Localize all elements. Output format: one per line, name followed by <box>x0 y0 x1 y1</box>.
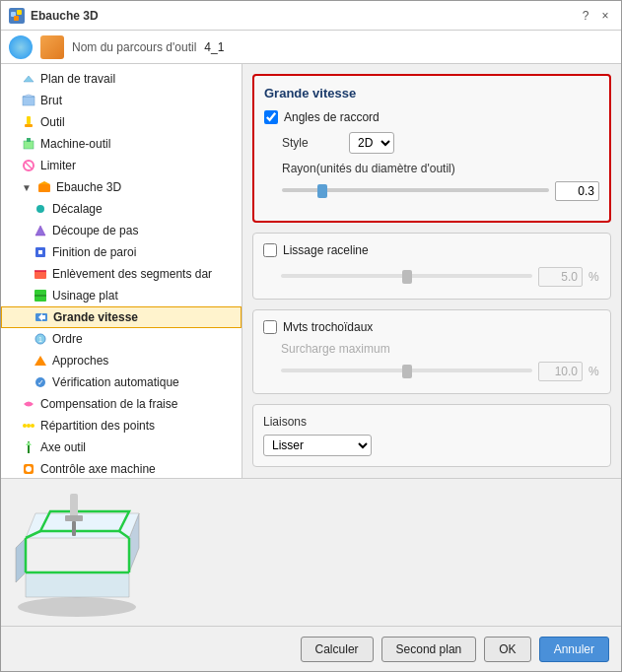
3d-preview-svg <box>6 484 149 620</box>
svg-marker-25 <box>35 356 46 366</box>
lower-spacer <box>164 479 621 626</box>
globe-icon <box>9 35 33 59</box>
svg-point-44 <box>18 597 136 617</box>
trochoidaux-slider-row: 10.0 % <box>281 360 600 383</box>
approches-icon <box>33 353 48 369</box>
lissage-row: Lissage raceline <box>263 243 600 257</box>
toolbar: Nom du parcours d'outil 4_1 <box>1 31 621 64</box>
rayon-row: Rayon(unités du diamètre d'outil) 0.3 <box>282 162 599 203</box>
angles-raccord-checkbox[interactable] <box>264 110 278 124</box>
calculer-button[interactable]: Calculer <box>301 637 374 662</box>
lissage-percent: % <box>588 270 600 284</box>
repartition-icon <box>21 418 36 434</box>
lower-area <box>1 478 621 626</box>
sidebar-item-decoupe[interactable]: Découpe de pas <box>1 220 242 241</box>
rayon-value[interactable]: 0.3 <box>555 181 599 201</box>
sidebar-item-controle[interactable]: Contrôle axe machine <box>1 458 242 478</box>
svg-rect-57 <box>72 521 76 536</box>
trochoidaux-row: Mvts trochoïdaux <box>263 320 600 334</box>
brut-icon <box>21 93 36 108</box>
expand-ebauche[interactable]: ▼ <box>21 181 33 193</box>
lissage-slider-container <box>281 269 532 285</box>
content-body: Plan de travail Brut Outil <box>1 64 621 478</box>
trochoidaux-percent: % <box>588 365 600 378</box>
second-plan-button[interactable]: Second plan <box>381 637 477 662</box>
svg-rect-2 <box>14 16 19 21</box>
sidebar-item-decalage[interactable]: Décalage <box>1 198 242 220</box>
window-title: Ebauche 3D <box>31 9 99 23</box>
trochoidaux-checkbox[interactable] <box>263 320 277 334</box>
svg-rect-7 <box>25 124 33 127</box>
svg-point-29 <box>27 424 31 428</box>
svg-rect-55 <box>70 494 78 518</box>
sidebar-item-machine[interactable]: Machine-outil <box>1 133 242 155</box>
rayon-slider-container <box>282 183 549 199</box>
sidebar-item-grande-vitesse[interactable]: Grande vitesse <box>1 306 242 328</box>
sidebar-item-verif[interactable]: ✓ Vérification automatique <box>1 371 242 393</box>
section-title: Grande vitesse <box>264 86 599 101</box>
sidebar: Plan de travail Brut Outil <box>1 64 242 478</box>
lissage-slider-row: 5.0 % <box>281 265 600 289</box>
trochoidaux-label[interactable]: Mvts trochoïdaux <box>283 320 373 334</box>
lissage-label[interactable]: Lissage raceline <box>283 243 369 257</box>
svg-point-14 <box>36 205 44 213</box>
sidebar-item-finition[interactable]: Finition de paroi <box>1 241 242 263</box>
plan-travail-icon <box>21 71 36 87</box>
sidebar-item-limiter[interactable]: Limiter <box>1 155 242 176</box>
verif-icon: ✓ <box>33 374 48 390</box>
style-label: Style <box>282 136 341 150</box>
ok-button[interactable]: OK <box>484 637 530 662</box>
rayon-slider-thumb[interactable] <box>317 184 327 198</box>
sidebar-item-axe[interactable]: Axe outil <box>1 437 242 458</box>
liaisons-label: Liaisons <box>263 415 600 429</box>
svg-marker-3 <box>24 76 34 82</box>
annuler-button[interactable]: Annuler <box>539 637 609 662</box>
svg-line-11 <box>25 162 33 169</box>
liaisons-select[interactable]: Lisser Direct Circulaire <box>263 435 372 456</box>
close-button[interactable]: × <box>597 8 613 24</box>
svg-rect-1 <box>17 10 22 15</box>
svg-text:✓: ✓ <box>37 378 44 387</box>
style-row: Style 2D 3D <box>282 132 599 154</box>
lissage-value[interactable]: 5.0 <box>538 267 583 287</box>
rayon-label: Rayon(unités du diamètre d'outil) <box>282 162 599 175</box>
help-button[interactable]: ? <box>578 8 593 24</box>
decoupe-icon <box>33 223 48 238</box>
preview-3d <box>6 484 159 627</box>
finition-icon <box>33 244 48 260</box>
svg-rect-4 <box>23 97 35 105</box>
svg-rect-8 <box>24 141 34 149</box>
svg-marker-32 <box>26 441 32 445</box>
lissage-section: Lissage raceline 5.0 % <box>252 233 611 300</box>
grande-vitesse-section: Grande vitesse Angles de raccord Style 2… <box>252 74 611 223</box>
svg-marker-45 <box>26 572 129 597</box>
parcours-value: 4_1 <box>204 40 224 54</box>
sidebar-item-repartition[interactable]: Répartition des points <box>1 415 242 437</box>
trochoidaux-value[interactable]: 10.0 <box>538 362 583 381</box>
lissage-checkbox[interactable] <box>263 243 277 257</box>
sidebar-item-plan-travail[interactable]: Plan de travail <box>1 68 242 90</box>
title-bar-left: Ebauche 3D <box>9 8 99 24</box>
enlevement-icon <box>33 266 48 282</box>
sidebar-item-compensation[interactable]: Compensation de la fraise <box>1 393 242 415</box>
style-select[interactable]: 2D 3D <box>349 132 394 154</box>
sidebar-item-brut[interactable]: Brut <box>1 90 242 111</box>
trochoidaux-slider-thumb[interactable] <box>402 365 412 378</box>
parcours-label: Nom du parcours d'outil <box>72 40 196 54</box>
trochoidaux-section: Mvts trochoïdaux Surcharge maximum 10.0 … <box>252 309 611 394</box>
limiter-icon <box>21 158 36 173</box>
sidebar-item-usinage[interactable]: Usinage plat <box>1 285 242 306</box>
sidebar-item-enlevement[interactable]: Enlèvement des segments dar <box>1 263 242 285</box>
sidebar-item-ebauche3d[interactable]: ▼ Ebauche 3D <box>1 176 242 198</box>
svg-point-30 <box>31 424 35 428</box>
lissage-slider-thumb[interactable] <box>402 270 412 284</box>
angles-raccord-label[interactable]: Angles de raccord <box>284 110 380 124</box>
sidebar-item-ordre[interactable]: 1 Ordre <box>1 328 242 350</box>
svg-rect-17 <box>35 271 46 279</box>
svg-marker-5 <box>23 95 35 97</box>
sidebar-item-approches[interactable]: Approches <box>1 350 242 371</box>
sidebar-item-outil[interactable]: Outil <box>1 111 242 133</box>
svg-marker-13 <box>38 181 50 184</box>
machine-icon <box>21 136 36 152</box>
svg-point-28 <box>23 424 27 428</box>
